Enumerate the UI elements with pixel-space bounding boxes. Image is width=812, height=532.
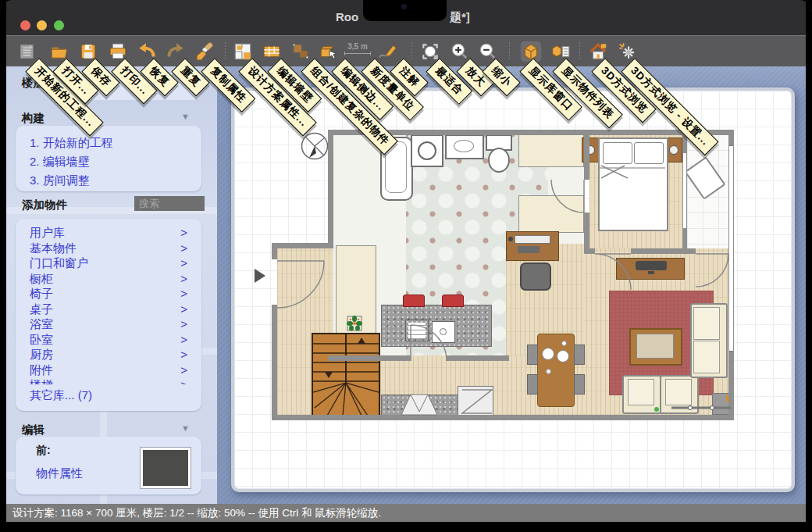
library-item-basic[interactable]: 基本物件>	[16, 241, 201, 256]
box-cursor-icon	[319, 41, 339, 62]
toolbar-separator	[225, 42, 226, 61]
expand-arrow: >	[180, 347, 187, 362]
window-right[interactable]	[729, 145, 733, 352]
library-item-kitchen[interactable]: 厨房>	[16, 347, 201, 362]
pencil-curve-icon	[378, 41, 398, 62]
ruler-icon	[344, 52, 371, 55]
minimize-window-button[interactable]	[37, 20, 47, 30]
library-panel: 用户库> 基本物件> 门口和窗户> 橱柜> 椅子> 桌子> 浴室> 卧室> 厨房…	[16, 219, 201, 411]
object-properties-link[interactable]: 物件属性	[36, 466, 83, 481]
front-color-swatch[interactable]	[141, 448, 191, 488]
collapse-arrow-icon[interactable]: ▼	[181, 423, 190, 433]
new-project-button[interactable]	[17, 41, 39, 62]
window-balcony	[683, 153, 686, 228]
library-item-doors-windows[interactable]: 门口和窗户>	[16, 255, 201, 271]
camera-notch	[363, 0, 447, 21]
toolbar-separator	[411, 42, 412, 61]
object-list-icon	[550, 41, 571, 62]
zoom-in-button[interactable]	[448, 41, 470, 62]
screen-bezel-right	[806, 0, 812, 532]
library-item-accessories[interactable]: 附件>	[16, 362, 201, 378]
library-item-cabinets[interactable]: 橱柜>	[16, 271, 201, 287]
expand-arrow: >	[180, 316, 187, 332]
step-new-project-link[interactable]: 1. 开始新的工程	[30, 134, 113, 152]
zoom-in-icon	[449, 41, 469, 62]
library-item-stairs-clipped[interactable]: 楼梯>	[16, 377, 201, 384]
library-item-tables[interactable]: 桌子>	[16, 302, 201, 317]
step-adjust-rooms-link[interactable]: 3. 房间调整	[30, 171, 113, 190]
build-section-header: 构建	[22, 111, 45, 126]
macbook-screen: Roo 题*] 3,5 m	[0, 0, 812, 532]
expand-arrow: >	[180, 255, 187, 271]
new-project-icon	[18, 41, 38, 62]
expand-arrow: >	[180, 225, 187, 241]
library-item-chairs[interactable]: 椅子>	[16, 286, 201, 302]
library-item-bathroom[interactable]: 浴室>	[16, 316, 201, 332]
toolbar-separator	[579, 42, 580, 61]
fullscreen-window-button[interactable]	[54, 20, 64, 30]
toolbar-separator	[509, 42, 510, 61]
expand-arrow: >	[180, 377, 187, 384]
library-item-bedroom[interactable]: 卧室>	[16, 332, 201, 348]
collapse-arrow-icon[interactable]: ▼	[181, 112, 190, 121]
front-label: 前:	[36, 444, 51, 458]
show-object-list-button[interactable]	[550, 41, 572, 62]
library-item-user[interactable]: 用户库>	[16, 225, 201, 241]
screen-bezel-left	[0, 0, 6, 532]
expand-arrow: >	[180, 271, 187, 287]
window-title-left: Roo	[336, 10, 358, 23]
expand-arrow: >	[180, 332, 187, 348]
measure-label: 3,5 m	[347, 42, 368, 51]
window-title-right: 题*]	[450, 10, 470, 25]
expand-arrow: >	[180, 302, 187, 317]
expand-arrow: >	[180, 286, 187, 302]
edit-measurement-button[interactable]: 3,5 m	[344, 42, 371, 55]
screen-bezel-bottom	[0, 522, 812, 532]
library-more-link[interactable]: 其它库... (7)	[16, 387, 201, 403]
expand-arrow: >	[180, 362, 187, 378]
group-objects-button[interactable]	[318, 41, 340, 62]
freehand-draw-button[interactable]	[377, 41, 399, 62]
rooms-icon	[290, 41, 311, 62]
edit-section-header: 编辑	[22, 423, 45, 437]
edit-rooms-button[interactable]	[290, 41, 312, 62]
compass[interactable]	[300, 131, 329, 161]
status-bar: 设计方案: 1168 × 700 厘米, 楼层: 1/2 -- 缩放: 50% …	[6, 504, 806, 522]
build-steps-panel: 1. 开始新的工程 2. 编辑墙壁 3. 房间调整	[16, 126, 201, 191]
entrance-marker	[255, 269, 265, 283]
sidebar: 楼层 构建 ▼ 1. 开始新的工程 2. 编辑墙壁 3. 房间调整 添加物件 用…	[6, 66, 217, 504]
camera-dot	[401, 4, 407, 9]
add-objects-label: 添加物件	[22, 198, 67, 212]
close-window-button[interactable]	[20, 20, 30, 30]
expand-arrow: >	[180, 241, 187, 256]
step-edit-walls-link[interactable]: 2. 编辑墙壁	[30, 152, 113, 171]
edit-panel: 前: 物件属性	[16, 437, 201, 495]
search-input[interactable]	[134, 196, 205, 211]
compass-icon	[300, 131, 329, 161]
